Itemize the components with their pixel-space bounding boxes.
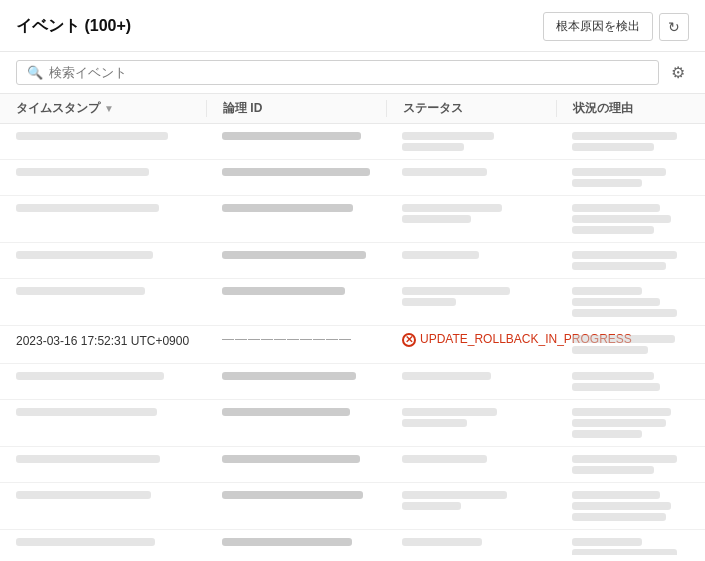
page-header: イベント (100+) 根本原因を検出 ↻ (0, 0, 705, 52)
table-header: タイムスタンプ ▼ 論理 ID ステータス 状況の理由 (0, 94, 705, 124)
col-header-status: ステータス (386, 100, 556, 117)
table-body: 2023-03-16 17:52:31 UTC+0900 —————————— … (0, 124, 705, 555)
table-row (0, 279, 705, 326)
search-input-wrap: 🔍 (16, 60, 659, 85)
col-header-timestamp: タイムスタンプ ▼ (16, 100, 206, 117)
header-actions: 根本原因を検出 ↻ (543, 12, 689, 41)
table-row (0, 364, 705, 400)
search-bar: 🔍 ⚙ (0, 52, 705, 94)
cell-timestamp: 2023-03-16 17:52:31 UTC+0900 (16, 332, 206, 348)
table-row (0, 196, 705, 243)
table-row (0, 400, 705, 447)
table-row (0, 124, 705, 160)
table-row (0, 483, 705, 530)
cell-status: ✕ UPDATE_ROLLBACK_IN_PROGRESS (386, 332, 556, 347)
root-cause-button[interactable]: 根本原因を検出 (543, 12, 653, 41)
table-row (0, 447, 705, 483)
refresh-button[interactable]: ↻ (659, 13, 689, 41)
table-row-main: 2023-03-16 17:52:31 UTC+0900 —————————— … (0, 326, 705, 364)
sort-icon: ▼ (104, 103, 114, 114)
settings-icon[interactable]: ⚙ (667, 61, 689, 84)
table-row (0, 160, 705, 196)
search-icon: 🔍 (27, 65, 43, 80)
search-input[interactable] (49, 65, 648, 80)
col-header-logical-id: 論理 ID (206, 100, 386, 117)
page-title: イベント (100+) (16, 16, 131, 37)
col-header-reason: 状況の理由 (556, 100, 689, 117)
logical-id-value: —————————— (222, 332, 352, 346)
table-row (0, 243, 705, 279)
error-icon: ✕ (402, 333, 416, 347)
status-error: ✕ UPDATE_ROLLBACK_IN_PROGRESS (402, 332, 556, 347)
table-row (0, 530, 705, 555)
cell-reason (556, 332, 689, 357)
cell-logical-id: —————————— (206, 332, 386, 346)
